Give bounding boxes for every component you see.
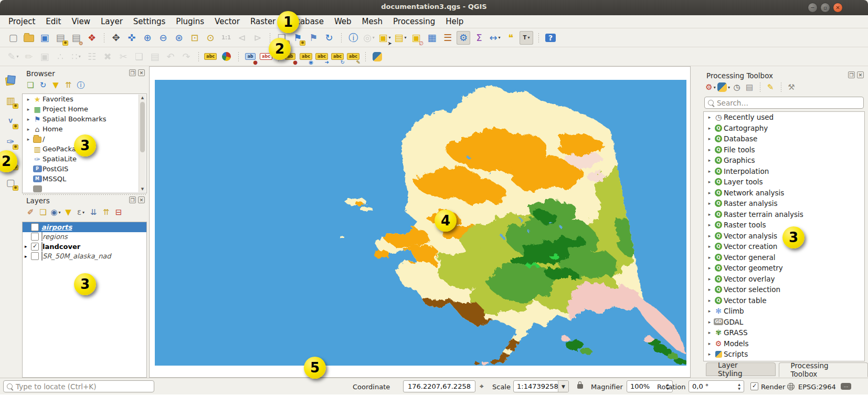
save-project-icon[interactable]: ▣ — [38, 31, 51, 45]
menu-plugins[interactable]: Plugins — [171, 16, 209, 27]
browser-item-partial[interactable] — [23, 184, 146, 193]
filter-browser-icon[interactable]: ▼ — [50, 79, 61, 91]
scale-combobox[interactable]: 1:14739258 ▼ — [513, 380, 569, 392]
expander-icon[interactable]: ▸ — [706, 265, 713, 271]
identify-features-icon[interactable]: ⓘ — [346, 31, 360, 45]
field-calculator-icon[interactable]: ☰ — [441, 31, 454, 45]
scripts-menu-icon[interactable]: ▾ — [717, 81, 730, 93]
history-icon[interactable]: ◷ — [731, 81, 743, 93]
coordinate-input[interactable]: 176.2207,67.2258 — [403, 380, 475, 392]
expander-icon[interactable]: ▸ — [706, 222, 713, 227]
menu-mesh[interactable]: Mesh — [357, 16, 388, 27]
measure-line-icon[interactable]: ↔▾ — [488, 31, 502, 45]
expander-icon[interactable]: ▸ — [706, 298, 713, 303]
magnifier-lock-icon[interactable] — [577, 384, 583, 389]
processing-group-raster-analysis[interactable]: ▸QRaster analysis — [704, 198, 864, 209]
alaska-landcover-map[interactable] — [155, 80, 686, 366]
layer-diagram-options-icon[interactable] — [219, 50, 233, 64]
menu-settings[interactable]: Settings — [128, 16, 171, 27]
statistical-summary-icon[interactable]: Σ — [472, 31, 486, 45]
layer-item-regions[interactable]: regions — [23, 232, 146, 242]
processing-group-gdal[interactable]: ▸GDGDAL — [704, 317, 864, 328]
expander-icon[interactable]: ▸ — [706, 233, 713, 238]
processing-group-vector-selection[interactable]: ▸QVector selection — [704, 284, 864, 295]
layers-close-icon[interactable]: ✕ — [138, 196, 145, 203]
menu-processing[interactable]: Processing — [388, 16, 440, 27]
expand-all-icon[interactable]: ⇊ — [88, 206, 99, 218]
style-manager-icon[interactable]: ❖ — [85, 31, 99, 45]
run-feature-action-icon[interactable]: ◎▾ — [362, 31, 376, 45]
new-memory-layer-icon[interactable]: ▢✱ — [4, 176, 17, 190]
filter-by-expression-icon[interactable]: ε▾ — [75, 206, 87, 218]
processing-group-climb[interactable]: ▸✻Climb — [704, 306, 864, 317]
processing-group-vector-table[interactable]: ▸QVector table — [704, 295, 864, 306]
menu-raster[interactable]: Raster — [245, 16, 281, 27]
browser-item-project-home[interactable]: ▸▦Project Home — [23, 104, 146, 114]
expander-icon[interactable]: ▸ — [706, 308, 713, 314]
processing-group-raster-tools[interactable]: ▸QRaster tools — [704, 220, 864, 231]
expander-icon[interactable]: ▸ — [706, 136, 713, 141]
new-geopackage-layer-icon[interactable]: ▥✱ — [4, 94, 17, 108]
add-point-feature-icon[interactable]: ∴ — [54, 50, 67, 64]
expander-icon[interactable]: ▸ — [706, 287, 713, 292]
add-group-icon[interactable]: ❏ — [37, 206, 49, 218]
processing-group-interpolation[interactable]: ▸QInterpolation — [704, 166, 864, 177]
expander-icon[interactable]: ▸ — [706, 147, 713, 152]
expander-icon[interactable]: ▸ — [25, 254, 31, 259]
processing-group-models[interactable]: ▸⚙Models — [704, 338, 864, 349]
rotation-spinbox[interactable]: 0,0 ° ▲▼ — [689, 380, 744, 392]
pan-map-icon[interactable]: ✥ — [109, 31, 123, 45]
processing-close-icon[interactable]: ✕ — [857, 71, 864, 78]
collapse-all-icon[interactable]: ⇈ — [62, 79, 74, 91]
expander-icon[interactable]: ▸ — [706, 212, 713, 217]
zoom-to-layer-icon[interactable]: ⊙ — [204, 31, 217, 45]
text-annotation-icon[interactable]: T▾ — [520, 31, 533, 45]
processing-group-layer-tools[interactable]: ▸QLayer tools — [704, 176, 864, 188]
expander-icon[interactable]: ▸ — [706, 276, 713, 282]
layer-item-airports[interactable]: airports — [23, 222, 146, 232]
expander-icon[interactable]: ▸ — [706, 169, 713, 174]
open-layer-styling-icon[interactable]: ✐ — [25, 206, 36, 218]
maximize-button[interactable]: ▫ — [820, 3, 830, 13]
processing-group-file-tools[interactable]: ▸QFile tools — [704, 144, 864, 155]
expander-icon[interactable]: ▸ — [706, 115, 713, 120]
expander-icon[interactable]: ▸ — [25, 117, 32, 122]
zoom-native-resolution-icon[interactable]: 1:1 — [219, 31, 233, 45]
current-edits-icon[interactable]: ✎▾ — [6, 50, 20, 64]
browser-item-home[interactable]: ▸⌂Home — [23, 124, 146, 134]
expander-icon[interactable]: ▸ — [706, 201, 713, 206]
results-viewer-icon[interactable]: ▤ — [744, 81, 755, 93]
layer-checkbox[interactable]: ✓ — [31, 243, 39, 251]
menu-vector[interactable]: Vector — [209, 16, 245, 27]
save-layer-edits-icon[interactable]: ▣ — [38, 50, 51, 64]
edit-features-in-place-icon[interactable]: ✎ — [765, 81, 776, 93]
browser-item-mssql[interactable]: MMSSQL — [23, 174, 146, 184]
expander-icon[interactable]: ▸ — [706, 330, 713, 335]
pan-to-selection-icon[interactable]: ✜ — [125, 31, 139, 45]
render-checkbox[interactable]: ✓ — [750, 382, 758, 390]
undo-icon[interactable]: ↶ — [164, 50, 177, 64]
help-icon[interactable]: ? — [544, 31, 557, 45]
show-spatial-bookmarks-icon[interactable]: ⚑ — [306, 31, 320, 45]
scroll-up-icon[interactable]: ▲ — [139, 96, 146, 100]
add-selected-layers-icon[interactable]: ❏ — [25, 79, 36, 91]
processing-toolbox-toggle-icon[interactable]: ⚙ — [457, 31, 470, 45]
remove-layer-icon[interactable]: ⊟ — [113, 206, 124, 218]
paste-features-icon[interactable]: ▤ — [148, 50, 162, 64]
processing-group-grass[interactable]: ▸✾GRASS — [704, 327, 864, 338]
layer-item-sr-50m-alaska-nad[interactable]: ▸SR_50M_alaska_nad — [23, 252, 146, 262]
filter-legend-icon[interactable]: ▼ — [62, 206, 74, 218]
layer-item-landcover[interactable]: ▸✓landcover — [23, 242, 146, 252]
select-features-icon[interactable]: ▣➤▾ — [378, 31, 391, 45]
expander-icon[interactable]: ▸ — [706, 351, 713, 357]
processing-group-scripts[interactable]: ▸Scripts — [704, 349, 864, 360]
locator-input[interactable]: Type to locate (Ctrl+K) — [3, 380, 154, 392]
rotation-spinner-icons[interactable]: ▲▼ — [736, 381, 743, 391]
expander-icon[interactable]: ▸ — [706, 319, 713, 325]
menu-view[interactable]: View — [66, 16, 96, 27]
modify-attributes-icon[interactable]: ☷ — [85, 50, 99, 64]
expander-icon[interactable]: ▸ — [25, 137, 32, 142]
layer-checkbox[interactable] — [31, 252, 39, 260]
expander-icon[interactable]: ▸ — [706, 255, 713, 260]
processing-group-graphics[interactable]: ▸QGraphics — [704, 155, 864, 166]
